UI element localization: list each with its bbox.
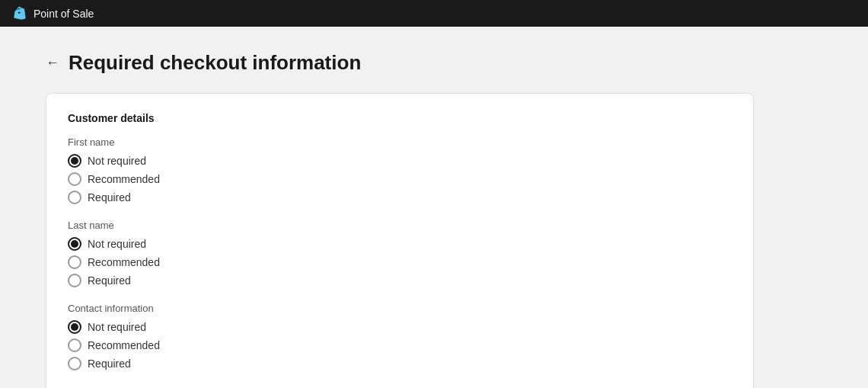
last-name-label: Last name xyxy=(68,220,732,231)
first-name-not-required-radio[interactable] xyxy=(68,154,81,168)
contact-info-required-radio[interactable] xyxy=(68,357,81,370)
last-name-group: Last name Not required Recommended Requi… xyxy=(68,220,732,287)
last-name-recommended-label: Recommended xyxy=(88,256,160,268)
contact-info-not-required-label: Not required xyxy=(88,321,146,333)
first-name-required-label: Required xyxy=(88,191,131,204)
contact-info-not-required-radio[interactable] xyxy=(68,320,81,334)
top-nav: Point of Sale xyxy=(0,0,868,27)
last-name-required-option[interactable]: Required xyxy=(68,274,732,287)
page-header: ← Required checkout information xyxy=(46,51,822,75)
last-name-not-required-option[interactable]: Not required xyxy=(68,237,732,251)
last-name-not-required-label: Not required xyxy=(88,238,146,250)
contact-info-recommended-option[interactable]: Recommended xyxy=(68,338,732,352)
last-name-recommended-radio[interactable] xyxy=(68,255,81,269)
first-name-required-radio[interactable] xyxy=(68,191,81,204)
first-name-recommended-option[interactable]: Recommended xyxy=(68,172,732,186)
contact-info-recommended-label: Recommended xyxy=(88,339,160,351)
main-content: ← Required checkout information Customer… xyxy=(0,27,868,388)
first-name-not-required-option[interactable]: Not required xyxy=(68,154,732,168)
first-name-label: First name xyxy=(68,136,732,148)
first-name-required-option[interactable]: Required xyxy=(68,191,732,204)
last-name-not-required-radio[interactable] xyxy=(68,237,81,251)
last-name-required-radio[interactable] xyxy=(68,274,81,287)
contact-info-not-required-option[interactable]: Not required xyxy=(68,320,732,334)
contact-info-recommended-radio[interactable] xyxy=(68,338,81,352)
shopify-icon xyxy=(12,6,27,21)
section-title: Customer details xyxy=(68,112,732,124)
first-name-recommended-radio[interactable] xyxy=(68,172,81,186)
first-name-group: First name Not required Recommended Requ… xyxy=(68,136,732,204)
contact-info-group: Contact information Not required Recomme… xyxy=(68,303,732,370)
contact-info-label: Contact information xyxy=(68,303,732,314)
first-name-not-required-label: Not required xyxy=(88,155,146,167)
contact-info-required-label: Required xyxy=(88,358,131,370)
nav-title: Point of Sale xyxy=(34,8,94,20)
first-name-recommended-label: Recommended xyxy=(88,173,160,185)
last-name-required-label: Required xyxy=(88,274,131,287)
last-name-recommended-option[interactable]: Recommended xyxy=(68,255,732,269)
card: Customer details First name Not required… xyxy=(46,93,754,388)
back-button[interactable]: ← xyxy=(46,55,59,71)
contact-info-required-option[interactable]: Required xyxy=(68,357,732,370)
page-title: Required checkout information xyxy=(69,51,361,75)
